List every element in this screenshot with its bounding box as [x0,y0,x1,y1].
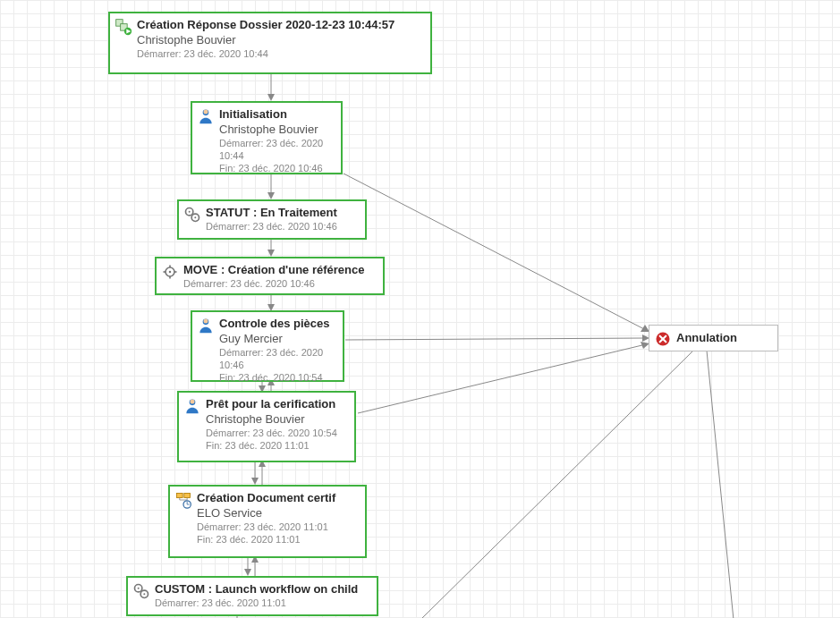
person-icon [183,397,201,415]
node-end-time: Fin: 23 déc. 2020 10:54 [219,371,337,384]
node-start-time: Démarrer: 23 déc. 2020 10:54 [206,427,349,439]
svg-point-38 [194,216,196,218]
node-assignee: Christophe Bouvier [137,32,425,47]
svg-point-48 [191,400,195,404]
node-assignee: Christophe Bouvier [206,411,349,427]
svg-point-57 [143,593,145,595]
node-title: CUSTOM : Launch workflow on child [155,581,371,597]
svg-marker-5 [267,250,275,257]
gears-icon [183,206,201,224]
node-pret-pour-la-cerification[interactable]: Prêt pour la cerification Christophe Bou… [177,391,356,462]
node-title: STATUT : En Traitement [206,205,360,220]
svg-point-36 [189,211,191,213]
node-title: MOVE : Création d'une référence [183,262,378,277]
node-title: Controle des pièces [219,316,337,331]
svg-line-23 [345,338,646,340]
svg-marker-17 [244,569,251,576]
node-statut-en-traitement[interactable]: STATUT : En Traitement Démarrer: 23 déc.… [177,199,367,240]
node-start-time: Démarrer: 23 déc. 2020 11:01 [197,521,360,533]
workflow-canvas[interactable]: Création Réponse Dossier 2020-12-23 10:4… [0,0,840,618]
node-title: Initialisation [219,106,335,122]
svg-marker-1 [267,94,275,101]
subworkflow-icon [174,491,192,509]
node-end-time: Fin: 23 déc. 2020 11:01 [197,533,360,546]
node-creation-reponse-dossier[interactable]: Création Réponse Dossier 2020-12-23 10:4… [108,12,432,74]
person-icon [197,317,215,334]
node-start-time: Démarrer: 23 déc. 2020 10:46 [219,346,337,371]
svg-line-25 [358,344,646,413]
svg-rect-49 [177,494,183,498]
node-initialisation[interactable]: Initialisation Christophe Bouvier Démarr… [191,101,343,174]
svg-point-55 [138,588,140,589]
node-assignee: Christophe Bouvier [219,122,335,137]
node-title: Création Document certif [197,490,360,505]
svg-marker-3 [267,192,275,199]
svg-line-27 [420,351,693,618]
person-icon [197,107,215,125]
gear-icon [161,263,179,281]
node-title: Prêt pour la cerification [206,396,349,411]
node-start-time: Démarrer: 23 déc. 2020 10:46 [206,220,360,233]
node-start-time: Démarrer: 23 déc. 2020 10:44 [137,47,425,60]
svg-marker-13 [251,478,259,485]
svg-rect-50 [184,494,191,498]
svg-line-21 [344,174,646,330]
node-start-time: Démarrer: 23 déc. 2020 10:44 [219,137,335,162]
node-controle-des-pieces[interactable]: Controle des pièces Guy Mercier Démarrer… [191,310,344,382]
node-move-creation-reference[interactable]: MOVE : Création d'une référence Démarrer… [155,257,385,295]
gears-icon [132,582,150,600]
node-title: Création Réponse Dossier 2020-12-23 10:4… [137,17,425,32]
node-custom-launch-workflow-on-child[interactable]: CUSTOM : Launch workflow on child Démarr… [126,576,378,616]
svg-line-28 [707,351,734,618]
svg-point-40 [169,271,172,274]
node-title: Annulation [676,330,772,345]
workflow-start-icon [115,18,132,36]
node-end-time: Fin: 23 déc. 2020 11:01 [206,439,349,452]
edges-layer [0,0,840,618]
node-end-time: Fin: 23 déc. 2020 10:46 [219,162,335,174]
svg-point-46 [204,319,208,324]
node-start-time: Démarrer: 23 déc. 2020 11:01 [155,597,371,609]
node-annulation[interactable]: Annulation [649,325,778,351]
node-assignee: ELO Service [197,505,360,521]
node-start-time: Démarrer: 23 déc. 2020 10:46 [183,277,378,290]
node-creation-document-certif[interactable]: Création Document certif ELO Service Dém… [168,485,367,558]
cancel-icon [654,330,672,348]
svg-point-34 [204,110,208,114]
node-assignee: Guy Mercier [219,331,337,346]
